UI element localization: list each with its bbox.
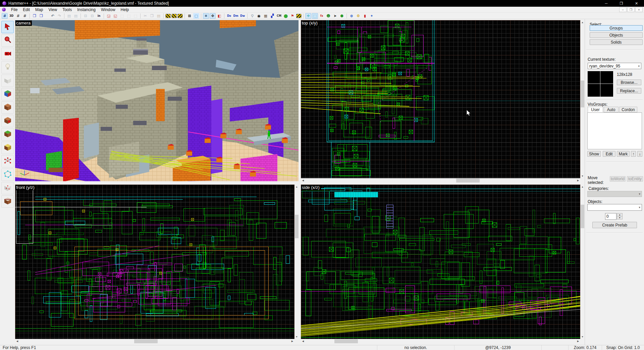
menu-file[interactable]: File (8, 7, 20, 12)
toolbar-smaller-grid-button[interactable]: # (15, 13, 21, 19)
toolbar-hollow-disabled-button[interactable]: ▤ (73, 13, 79, 19)
palette-texture-application-tool[interactable] (1, 88, 14, 100)
replace-button[interactable]: Replace... (617, 88, 641, 94)
toolbar-show-hidden-icon[interactable] (177, 14, 183, 18)
viewport-top[interactable]: top (x/y) (301, 20, 580, 178)
splitter-vertical[interactable] (299, 19, 301, 344)
scrollbar-side-horizontal[interactable]: ◀▶ (301, 339, 580, 344)
menu-map[interactable]: Map (33, 7, 46, 12)
palette-entity-tool[interactable] (1, 61, 14, 73)
toolbar-helpers-toggle-button[interactable]: ✛ (305, 13, 311, 19)
toolbar-run-map-button[interactable]: ➤ (332, 13, 338, 19)
toolbar-texture-lock-button[interactable]: ✥ (210, 13, 216, 19)
toolbar-group-button[interactable]: ⊡ (83, 13, 89, 19)
toolbar-save-window-state-button[interactable]: ❒ (38, 13, 44, 19)
menu-help[interactable]: Help (118, 7, 132, 12)
visgroups-tab-auto[interactable]: Auto (604, 107, 619, 112)
toolbar-edit-cordon-button[interactable]: ⊠ (186, 13, 193, 19)
visgroups-mark-button[interactable]: Mark (617, 151, 630, 157)
palette-vertex-manipulation-tool[interactable] (1, 155, 14, 167)
toolbar-instancing-in-button[interactable]: in (96, 13, 102, 19)
angle-spinner-value[interactable]: 0 (605, 213, 616, 220)
close-button[interactable]: ✕ (629, 0, 644, 7)
scrollbar-side-vertical[interactable]: ▲▼ (580, 185, 585, 339)
toolbar-ungroup-button[interactable]: ⊟ (89, 13, 95, 19)
palette-camera-tool[interactable] (1, 48, 14, 60)
toolbar-toggle-3d-grid-button[interactable]: 3D (8, 13, 14, 19)
mdi-restore-button[interactable]: ❐ (627, 7, 635, 12)
select-solids-button[interactable]: Solids (590, 39, 643, 45)
toolbar-larger-grid-button[interactable]: # (22, 13, 28, 19)
palette-block-tool[interactable] (1, 74, 14, 87)
toolbar-hide-selected-icon[interactable] (165, 14, 171, 18)
toolbar-carve-disabled-button[interactable]: ▤ (66, 13, 72, 19)
toolbar-toggle-cordon-button[interactable]: ▢ (193, 13, 199, 19)
texture-dropdown[interactable]: ryan_dev/dev_95 ▾ (588, 63, 641, 69)
toolbar-scaling-lock-button[interactable]: ◧ (216, 13, 222, 19)
spinner-down-button[interactable]: ▼ (617, 216, 623, 219)
maximize-button[interactable]: ❐ (614, 0, 629, 7)
toolbar-cm-tool-button[interactable]: CM (276, 13, 282, 19)
browse-button[interactable]: Browse... (617, 80, 641, 85)
toolbar-sign-tool-icon[interactable] (296, 14, 302, 18)
scrollbar-front-horizontal[interactable]: ◀▶ (15, 339, 294, 344)
toolbar-entity-report-button[interactable]: ☻ (325, 13, 331, 19)
viewport-front[interactable]: front (y/z) (15, 185, 294, 339)
to-entity-button[interactable]: toEntity (627, 176, 643, 182)
menu-edit[interactable]: Edit (20, 7, 33, 12)
create-prefab-button[interactable]: Create Prefab (592, 222, 637, 228)
toolbar-select-touching-button[interactable]: ⌗ (203, 13, 209, 19)
toolbar-carve-button[interactable]: ◲ (106, 13, 112, 19)
toolbar-group-sel-button[interactable]: ⬚ (119, 13, 125, 19)
visgroups-show-button[interactable]: Show (587, 151, 601, 157)
toolbar-options-gear-button[interactable]: ⚙ (355, 13, 361, 19)
toolbar-ungroup-sel-button[interactable]: ⬚ (126, 13, 132, 19)
palette-displacement-tool[interactable] (1, 182, 14, 194)
select-objects-button[interactable]: Objects (590, 32, 643, 38)
toolbar-make-hollow-button[interactable]: ◱ (112, 13, 118, 19)
visgroups-down-button[interactable]: ↓ (637, 151, 642, 157)
menu-window[interactable]: Window (98, 7, 118, 12)
toolbar-detail-sprites-button[interactable]: ⚑ (289, 13, 296, 19)
toolbar-barrel-tool-button[interactable]: ⬢ (339, 13, 345, 19)
menu-tools[interactable]: Tools (60, 7, 74, 12)
palette-selection-tool[interactable] (1, 21, 14, 33)
toolbar-ignore-groups-button[interactable]: ⬚ (132, 13, 139, 19)
toolbar-wheel-tool-button[interactable]: ◉ (256, 13, 262, 19)
select-groups-button[interactable]: Groups (590, 25, 643, 31)
objects-dropdown[interactable]: ▾ (587, 204, 642, 211)
palette-morph-tool[interactable] (1, 168, 14, 181)
toolbar-undo-button[interactable]: ↶ (50, 13, 56, 19)
minimize-button[interactable]: ─ (599, 0, 614, 7)
scrollbar-front-vertical[interactable]: ▲▼ (294, 185, 299, 339)
splitter-horizontal-left[interactable] (15, 181, 300, 185)
visgroups-tab-user[interactable]: User (588, 107, 603, 112)
toolbar-prop-tool-button[interactable]: ▮ (362, 13, 368, 19)
toolbar-fx-toggle-button[interactable]: fx (319, 13, 325, 19)
mdi-minimize-button[interactable]: – (619, 7, 627, 12)
toolbar-faucet-tool-button[interactable]: ⚲ (249, 13, 255, 19)
toolbar-cut-button[interactable]: ✂ (142, 13, 148, 19)
toolbar-load-window-state-button[interactable]: ❒ (32, 13, 38, 19)
toolbar-paste-button[interactable]: ▤ (156, 13, 162, 19)
palette-cut-tool[interactable] (1, 195, 14, 208)
to-world-button[interactable]: toWorld (610, 176, 626, 182)
categories-dropdown[interactable]: ▾ (587, 191, 642, 197)
viewport-side[interactable]: side (x/z) (301, 185, 580, 339)
scrollbar-top-horizontal[interactable]: ◀▶ (301, 178, 580, 183)
toolbar-compile-globe-button[interactable]: ⊕ (348, 13, 355, 19)
palette-apply-current-texture-tool[interactable] (1, 101, 14, 114)
toolbar-bounds-toggle-button[interactable]: ⬚ (312, 13, 318, 19)
toolbar-redo-button[interactable]: ↷ (56, 13, 62, 19)
toolbar-disp-walkable-button[interactable]: Dm (233, 13, 239, 19)
visgroups-edit-button[interactable]: Edit (603, 151, 615, 157)
scrollbar-top-vertical[interactable]: ▲▼ (580, 20, 585, 178)
toolbar-copy-button[interactable]: ❒ (149, 13, 155, 19)
toolbar-disp-solid-mask-button[interactable]: Do (226, 13, 232, 19)
visgroups-tab-cordon[interactable]: Cordon (619, 107, 637, 112)
visgroups-up-button[interactable]: ↑ (631, 151, 636, 157)
toolbar-toggle-grid-button[interactable]: # (2, 13, 8, 19)
viewport-camera[interactable]: camera (15, 20, 300, 181)
palette-clipping-tool[interactable] (1, 142, 14, 154)
toolbar-model-fade-preview-button[interactable]: ⬤ (283, 13, 289, 19)
